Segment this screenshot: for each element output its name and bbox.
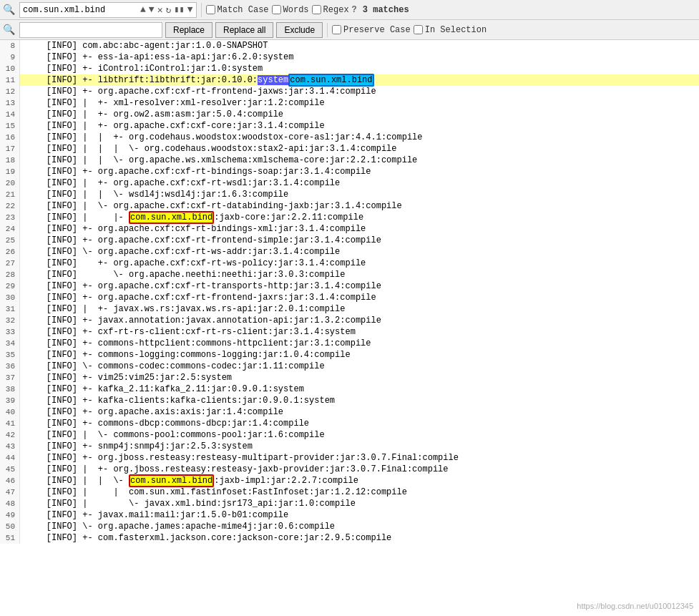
- line-number: 20: [0, 177, 20, 189]
- table-row: 35 [INFO] +- commons-logging:commons-log…: [0, 349, 699, 361]
- line-content: [INFO] +- cxf-rt-rs-client:cxf-rt-rs-cli…: [20, 326, 699, 338]
- preserve-case-checkbox[interactable]: [332, 25, 341, 34]
- replace-all-button[interactable]: Replace all: [215, 22, 273, 38]
- line-number: 39: [0, 395, 20, 406]
- line-number: 8: [0, 40, 20, 52]
- line-number: 44: [0, 452, 20, 464]
- line-content: [INFO] | +- org.apache.cxf:cxf-core:jar:…: [20, 120, 699, 132]
- line-content: [INFO] +- javax.annotation:javax.annotat…: [20, 315, 699, 326]
- line-content: [INFO] | +- org.apache.cxf:cxf-rt-wsdl:j…: [20, 177, 699, 189]
- table-row: 49 [INFO] +- javax.mail:mail:jar:1.5.0-b…: [0, 509, 699, 521]
- line-number: 31: [0, 303, 20, 315]
- line-content: [INFO] +- commons-logging:commons-loggin…: [20, 349, 699, 361]
- line-number: 24: [0, 223, 20, 235]
- table-row: 44 [INFO] +- org.jboss.resteasy:resteasy…: [0, 452, 699, 464]
- replace-toolbar: 🔍 Replace Replace all Exclude Preserve C…: [0, 20, 699, 40]
- line-content: [INFO] \- commons-codec:commons-codec:ja…: [20, 361, 699, 372]
- table-row: 17 [INFO] | | | \- org.codehaus.woodstox…: [0, 143, 699, 155]
- table-row: 20 [INFO] | +- org.apache.cxf:cxf-rt-wsd…: [0, 177, 699, 189]
- line-content: [INFO] +- commons-dbcp:commons-dbcp:jar:…: [20, 418, 699, 429]
- table-row: 36 [INFO] \- commons-codec:commons-codec…: [0, 361, 699, 372]
- regex-label[interactable]: Regex: [312, 5, 349, 15]
- line-number: 10: [0, 63, 20, 74]
- line-number: 49: [0, 509, 20, 521]
- replace-icon: 🔍: [3, 24, 15, 36]
- code-area: 8 [INFO] com.abc:abc-agent:jar:1.0.0-SNA…: [0, 40, 699, 613]
- line-number: 26: [0, 246, 20, 258]
- replace-input[interactable]: [23, 25, 152, 35]
- exclude-button[interactable]: Exclude: [276, 22, 323, 38]
- line-number: 27: [0, 258, 20, 269]
- table-row: 37 [INFO] +- vim25:vim25:jar:2.5:system: [0, 372, 699, 383]
- line-content: [INFO] | | | \- org.codehaus.woodstox:st…: [20, 143, 699, 155]
- line-number: 29: [0, 280, 20, 292]
- line-content: [INFO] +- vim25:vim25:jar:2.5:system: [20, 372, 699, 383]
- line-content: [INFO] | | \- org.apache.ws.xmlschema:xm…: [20, 155, 699, 166]
- table-row: 41 [INFO] +- commons-dbcp:commons-dbcp:j…: [0, 418, 699, 429]
- table-row: 13 [INFO] | +- xml-resolver:xml-resolver…: [0, 97, 699, 109]
- line-content: [INFO] \- org.apache.neethi:neethi:jar:3…: [20, 269, 699, 280]
- pause-icon[interactable]: ▮▮: [174, 4, 184, 15]
- line-content: [INFO] | +- javax.ws.rs:javax.ws.rs-api:…: [20, 303, 699, 315]
- match-case-label[interactable]: Match Case: [206, 5, 269, 15]
- line-content: [INFO] | +- xml-resolver:xml-resolver:ja…: [20, 97, 699, 109]
- line-content: [INFO] \- org.apache.cxf:cxf-rt-ws-addr:…: [20, 246, 699, 258]
- table-row: 24 [INFO] +- org.apache.cxf:cxf-rt-bindi…: [0, 223, 699, 235]
- table-row: 18 [INFO] | | \- org.apache.ws.xmlschema…: [0, 155, 699, 166]
- sep2: [327, 23, 328, 37]
- words-label[interactable]: Words: [272, 5, 309, 15]
- in-selection-label[interactable]: In Selection: [414, 25, 487, 35]
- line-number: 32: [0, 315, 20, 326]
- line-number: 51: [0, 532, 20, 544]
- line-number: 47: [0, 487, 20, 498]
- line-content: [INFO] +- org.apache.cxf:cxf-rt-transpor…: [20, 280, 699, 292]
- match-case-checkbox[interactable]: [206, 5, 215, 14]
- line-content: [INFO] +- org.apache.cxf:cxf-rt-bindings…: [20, 223, 699, 235]
- refresh-icon[interactable]: ↻: [165, 4, 171, 16]
- regex-checkbox[interactable]: [312, 5, 321, 14]
- words-text: Words: [283, 5, 309, 15]
- line-number: 48: [0, 498, 20, 509]
- replace-input-wrap: [19, 22, 162, 38]
- prev-match-icon[interactable]: ▲: [140, 4, 146, 15]
- table-row: 9 [INFO] +- ess-ia-api:ess-ia-api:jar:6.…: [0, 52, 699, 63]
- in-selection-text: In Selection: [425, 25, 487, 35]
- line-number: 38: [0, 383, 20, 395]
- line-content: [INFO] | \- javax.xml.bind:jsr173_api:ja…: [20, 498, 699, 509]
- table-row: 46 [INFO] | | \- com.sun.xml.bind:jaxb-i…: [0, 475, 699, 487]
- line-content: [INFO] +- javax.mail:mail:jar:1.5.0-b01:…: [20, 509, 699, 521]
- in-selection-checkbox[interactable]: [414, 25, 423, 34]
- table-row: 14 [INFO] | +- org.ow2.asm:asm:jar:5.0.4…: [0, 109, 699, 120]
- regex-help-icon[interactable]: ?: [352, 5, 357, 15]
- line-number: 33: [0, 326, 20, 338]
- next-match-icon[interactable]: ▼: [149, 4, 155, 15]
- preserve-case-label[interactable]: Preserve Case: [332, 25, 411, 35]
- search-toolbar: 🔍 ▲ ▼ ✕ ↻ ▮▮ ▼ Match Case Words Regex ? …: [0, 0, 699, 20]
- line-number: 46: [0, 475, 20, 487]
- line-number: 36: [0, 361, 20, 372]
- line-content: [INFO] +- commons-httpclient:commons-htt…: [20, 338, 699, 349]
- line-content: [INFO] com.abc:abc-agent:jar:1.0.0-SNAPS…: [20, 40, 699, 52]
- table-row: 22 [INFO] | \- org.apache.cxf:cxf-rt-dat…: [0, 200, 699, 212]
- table-row: 12 [INFO] +- org.apache.cxf:cxf-rt-front…: [0, 86, 699, 97]
- table-row: 48 [INFO] | \- javax.xml.bind:jsr173_api…: [0, 498, 699, 509]
- line-number: 28: [0, 269, 20, 280]
- search-input[interactable]: [23, 5, 137, 15]
- line-number: 13: [0, 97, 20, 109]
- close-search-icon[interactable]: ✕: [157, 4, 163, 16]
- preserve-case-text: Preserve Case: [343, 25, 411, 35]
- line-number: 40: [0, 406, 20, 418]
- line-content: [INFO] | +- org.ow2.asm:asm:jar:5.0.4:co…: [20, 109, 699, 120]
- matches-count: 3 matches: [363, 5, 409, 15]
- replace-button[interactable]: Replace: [165, 22, 212, 38]
- table-row: 10 [INFO] +- iControl:iControl:jar:1.0:s…: [0, 63, 699, 74]
- words-checkbox[interactable]: [272, 5, 281, 14]
- line-content: [INFO] | | com.sun.xml.fastinfoset:FastI…: [20, 487, 699, 498]
- line-number: 25: [0, 235, 20, 246]
- line-number: 45: [0, 464, 20, 475]
- line-content: [INFO] +- libthrift:libthrift:jar:0.10.0…: [20, 74, 699, 86]
- filter-icon[interactable]: ▼: [187, 4, 193, 15]
- table-row: 28 [INFO] \- org.apache.neethi:neethi:ja…: [0, 269, 699, 280]
- replace-options: Preserve Case In Selection: [332, 25, 487, 35]
- table-row: 26 [INFO] \- org.apache.cxf:cxf-rt-ws-ad…: [0, 246, 699, 258]
